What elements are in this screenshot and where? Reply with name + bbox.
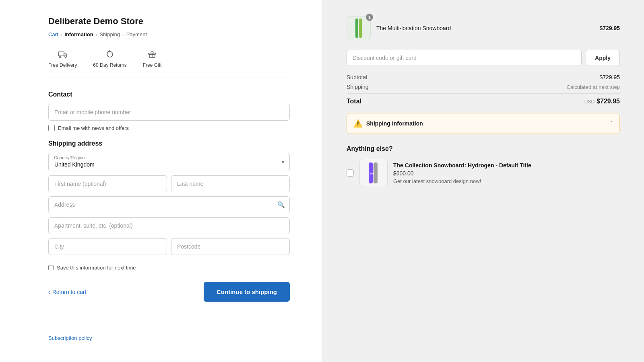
product-info: The Multi-location Snowboard (376, 25, 594, 31)
city-form-group (48, 238, 167, 255)
return-to-cart-link[interactable]: ‹ Return to cart (48, 289, 87, 295)
save-info-checkbox[interactable] (48, 265, 54, 270)
discount-input[interactable] (347, 50, 582, 66)
shipping-address-title: Shipping address (48, 140, 290, 147)
svg-point-1 (59, 56, 61, 58)
country-select-wrapper: Country/Region United Kingdom ▾ (48, 153, 290, 171)
product-item: 1 The Multi-location Snowboard $729.95 (347, 16, 620, 40)
upsell-image: H2 (359, 159, 388, 187)
return-to-cart-label: Return to cart (52, 289, 87, 295)
postcode-input[interactable] (171, 238, 290, 255)
product-badge: 1 (366, 14, 373, 21)
feature-free-delivery: Free Delivery (48, 49, 77, 68)
left-panel: Deliberate Demo Store Cart › Information… (0, 0, 322, 362)
totals: Subtotal $729.95 Shipping Calculated at … (347, 74, 620, 105)
svg-rect-5 (355, 19, 358, 38)
search-icon: 🔍 (277, 201, 285, 208)
form-actions: ‹ Return to cart Continue to shipping (48, 282, 290, 302)
product-price: $729.95 (599, 25, 620, 31)
country-select[interactable]: United Kingdom (48, 153, 290, 171)
total-row: Total USD $729.95 (347, 93, 620, 105)
first-name-group (48, 175, 167, 192)
total-value: $729.95 (597, 98, 620, 105)
free-delivery-label: Free Delivery (48, 62, 77, 68)
warning-icon: ⚠️ (353, 119, 362, 128)
last-name-group (171, 175, 290, 192)
chevron-icon-3: › (122, 32, 124, 37)
apply-button[interactable]: Apply (586, 50, 620, 66)
anything-else-title: Anything else? (347, 145, 620, 152)
upsell-item: H2 The Collection Snowboard: Hydrogen - … (347, 159, 620, 187)
gift-icon (147, 49, 158, 60)
chevron-icon-2: › (96, 32, 97, 37)
chevron-down-shipping-icon: ˅ (610, 120, 613, 128)
upsell-details: The Collection Snowboard: Hydrogen - Def… (393, 162, 620, 184)
feature-free-gift: Free Gift (143, 49, 162, 68)
total-currency: USD (584, 99, 594, 105)
svg-point-2 (65, 56, 66, 58)
shipping-label: Shipping (347, 84, 369, 90)
breadcrumb-information: Information (64, 31, 93, 37)
save-info-row: Save this information for next time (48, 265, 290, 271)
subtotal-row: Subtotal $729.95 (347, 74, 620, 80)
email-form-group (48, 104, 290, 121)
breadcrumb-cart[interactable]: Cart (48, 31, 58, 37)
total-right: USD $729.95 (584, 98, 620, 105)
svg-text:H2: H2 (370, 172, 375, 175)
60-day-returns-label: 60 Day Returns (93, 62, 126, 68)
product-name: The Multi-location Snowboard (376, 25, 594, 31)
left-footer: Subscription policy (48, 326, 290, 341)
product-image-wrap: 1 (347, 16, 371, 40)
save-info-label: Save this information for next time (57, 265, 136, 271)
upsell-desc: Get our latest snowboard design now! (393, 178, 620, 184)
upsell-name: The Collection Snowboard: Hydrogen - Def… (393, 162, 620, 169)
breadcrumb: Cart › Information › Shipping › Payment (48, 31, 290, 37)
chevron-left-icon: ‹ (48, 289, 50, 295)
email-input[interactable] (48, 104, 290, 121)
first-name-input[interactable] (48, 175, 167, 192)
subtotal-label: Subtotal (347, 74, 367, 80)
subscription-policy-link[interactable]: Subscription policy (48, 335, 92, 341)
total-label: Total (347, 98, 361, 105)
features-row: Free Delivery 60 Day Returns Free Gift (48, 49, 290, 78)
postcode-form-group (171, 238, 290, 255)
shipping-value: Calculated at next step (567, 84, 620, 90)
address-input[interactable] (48, 196, 290, 213)
apt-input[interactable] (48, 217, 290, 234)
country-form-group: Country/Region United Kingdom ▾ (48, 153, 290, 171)
upsell-checkbox[interactable] (347, 169, 354, 177)
free-gift-label: Free Gift (143, 62, 162, 68)
svg-rect-6 (359, 19, 362, 38)
shipping-info-title: Shipping Information (366, 120, 423, 127)
discount-row: Apply (347, 50, 620, 66)
email-news-checkbox[interactable] (48, 125, 55, 131)
apt-form-group (48, 217, 290, 234)
breadcrumb-payment: Payment (126, 31, 147, 37)
city-postcode-row (48, 238, 290, 259)
continue-shipping-button[interactable]: Continue to shipping (204, 282, 290, 302)
email-news-row: Email me with news and offers (48, 125, 290, 131)
truck-icon (57, 49, 68, 60)
shipping-info-left: ⚠️ Shipping Information (353, 119, 423, 128)
shipping-info-box[interactable]: ⚠️ Shipping Information ˅ (347, 113, 620, 134)
contact-section-title: Contact (48, 91, 290, 98)
feature-60-day-returns: 60 Day Returns (93, 49, 126, 68)
upsell-price: $600.00 (393, 170, 620, 177)
email-news-label: Email me with news and offers (58, 125, 129, 131)
name-row (48, 175, 290, 196)
svg-rect-0 (58, 52, 64, 56)
right-panel: 1 The Multi-location Snowboard $729.95 A… (322, 0, 644, 362)
subtotal-value: $729.95 (599, 74, 620, 80)
chevron-icon-1: › (61, 32, 62, 37)
breadcrumb-shipping: Shipping (99, 31, 120, 37)
city-input[interactable] (48, 238, 167, 255)
store-title: Deliberate Demo Store (48, 16, 290, 27)
refresh-icon (104, 49, 116, 60)
last-name-input[interactable] (171, 175, 290, 192)
address-wrapper: 🔍 (48, 196, 290, 213)
shipping-row: Shipping Calculated at next step (347, 84, 620, 90)
address-form-group: 🔍 (48, 196, 290, 213)
